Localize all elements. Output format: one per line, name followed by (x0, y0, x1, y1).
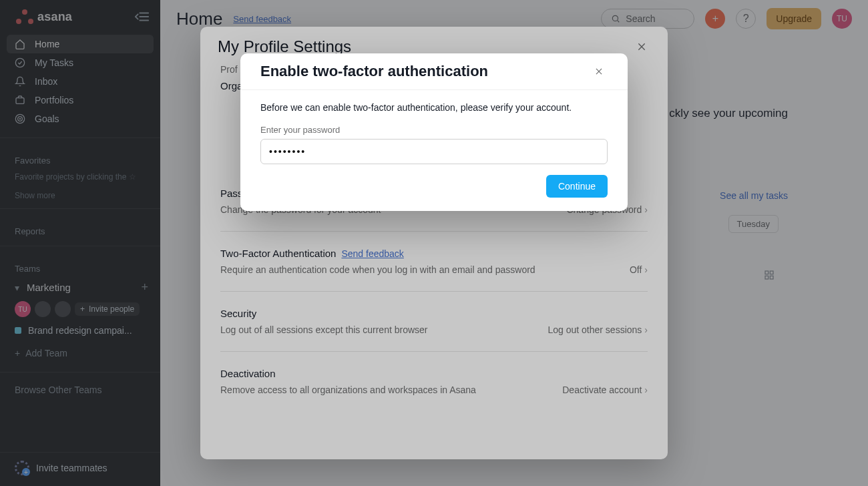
deactivation-desc: Remove access to all organizations and w… (220, 385, 476, 395)
dialog-body-text: Before we can enable two-factor authenti… (260, 102, 608, 113)
close-dialog-button[interactable] (590, 63, 608, 80)
close-icon (636, 41, 647, 52)
deactivate-account-link[interactable]: Deactivate account› (562, 385, 648, 395)
enable-2fa-dialog: Enable two-factor authentication Before … (240, 53, 628, 211)
close-settings-button[interactable] (633, 38, 650, 55)
security-heading: Security (220, 308, 648, 319)
tfa-toggle-link[interactable]: Off› (630, 264, 648, 275)
chevron-right-icon: › (644, 324, 648, 335)
logout-sessions-link[interactable]: Log out other sessions› (548, 324, 648, 335)
deactivation-heading: Deactivation (220, 368, 648, 379)
password-field-label: Enter your password (260, 125, 608, 135)
chevron-right-icon: › (644, 204, 648, 215)
chevron-right-icon: › (644, 264, 648, 275)
security-desc: Log out of all sessions except this curr… (220, 324, 428, 335)
tfa-send-feedback-link[interactable]: Send feedback (341, 248, 403, 259)
tfa-heading: Two-Factor AuthenticationSend feedback (220, 248, 648, 259)
chevron-right-icon: › (644, 385, 648, 395)
password-input[interactable] (260, 139, 608, 164)
tfa-desc: Require an authentication code when you … (220, 264, 535, 275)
dialog-title: Enable two-factor authentication (260, 63, 488, 80)
continue-button[interactable]: Continue (546, 175, 608, 198)
close-icon (594, 67, 604, 76)
